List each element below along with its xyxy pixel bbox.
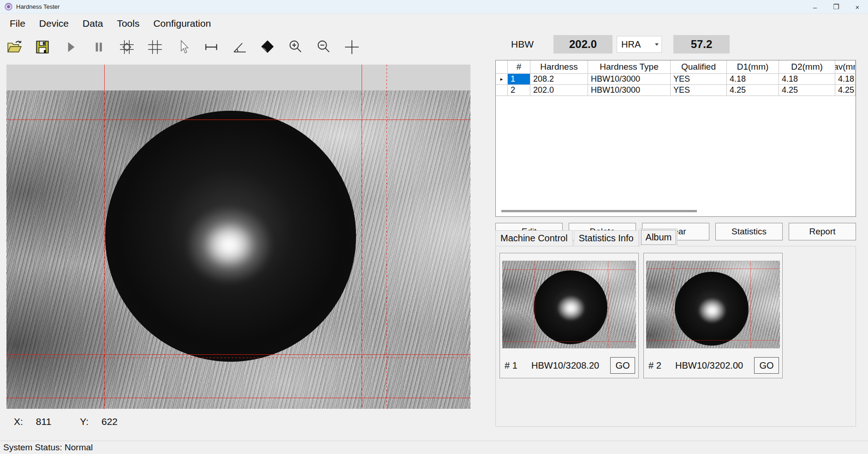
cell-d1[interactable]: 4.18 xyxy=(727,74,779,85)
specimen-image[interactable] xyxy=(6,90,470,409)
indentation-highlight xyxy=(698,298,726,323)
report-button[interactable]: Report xyxy=(789,223,856,240)
y-value: 622 xyxy=(101,416,118,427)
cell-qualified[interactable]: YES xyxy=(671,74,727,85)
cell-d2[interactable]: 4.25 xyxy=(779,85,835,96)
album-caption: # 1 HBW10/3000 208.20 GO xyxy=(505,356,635,375)
album-hardness-type: HBW10/3000 xyxy=(675,360,715,371)
chevron-down-icon xyxy=(655,43,659,46)
crosshair-hline-bottom-dashed[interactable] xyxy=(6,358,470,358)
angle-measure-icon[interactable] xyxy=(229,36,250,58)
eraser-icon[interactable] xyxy=(257,36,278,58)
zoom-out-icon[interactable] xyxy=(313,36,334,58)
cell-hardness[interactable]: 202.0 xyxy=(530,85,588,96)
converted-hardness-value: 57.2 xyxy=(673,35,730,54)
cell-dav[interactable]: 4.18 xyxy=(835,74,856,85)
crosshair-hline xyxy=(646,269,780,269)
go-button[interactable]: GO xyxy=(610,357,635,374)
window-title: Hardness Tester xyxy=(16,3,59,10)
open-file-icon[interactable] xyxy=(4,36,25,58)
crosshair-vline xyxy=(608,261,608,348)
cell-hardness-type[interactable]: HBW10/3000 xyxy=(588,74,671,85)
menu-device[interactable]: Device xyxy=(32,16,76,31)
minimize-button[interactable]: – xyxy=(804,0,826,14)
conversion-scale-dropdown[interactable]: HRA xyxy=(617,36,662,53)
album-caption: # 2 HBW10/3000 202.00 GO xyxy=(648,356,779,375)
toolbar xyxy=(0,33,489,61)
crosshair-hline-bottom[interactable] xyxy=(6,354,470,355)
horizontal-scrollbar[interactable] xyxy=(501,210,697,212)
cell-hardness[interactable]: 208.2 xyxy=(530,74,588,85)
crosshair-hline-lower[interactable] xyxy=(6,398,470,398)
horizontal-measure-icon[interactable] xyxy=(201,36,222,58)
menu-tools[interactable]: Tools xyxy=(110,16,146,31)
album-item[interactable]: # 1 HBW10/3000 208.20 GO xyxy=(499,253,639,378)
tabstrip: Machine Control Statistics Info Album xyxy=(495,231,678,246)
cell-d2[interactable]: 4.18 xyxy=(779,74,835,85)
table-header-row: # Hardness Hardness Type Qualified D1(mm… xyxy=(496,60,856,74)
menu-data[interactable]: Data xyxy=(76,16,110,31)
crosshair-vline-right[interactable] xyxy=(362,65,362,409)
menu-configuration[interactable]: Configuration xyxy=(146,16,218,31)
reticle-grid-icon[interactable] xyxy=(116,36,137,58)
zoom-in-icon[interactable] xyxy=(285,36,306,58)
album-index: # 1 xyxy=(505,360,531,371)
header-selector xyxy=(496,60,508,74)
cell-num[interactable]: 2 xyxy=(508,85,530,96)
hardness-tester-window: Hardness Tester – ❐ × File Device Data T… xyxy=(0,0,868,454)
header-d1[interactable]: D1(mm) xyxy=(727,60,779,74)
maximize-button[interactable]: ❐ xyxy=(826,0,847,14)
titlebar: Hardness Tester – ❐ × xyxy=(0,0,868,14)
header-hardness-type[interactable]: Hardness Type xyxy=(588,60,671,74)
table-row[interactable]: ▸ 1 208.2 HBW10/3000 YES 4.18 4.18 4.18 xyxy=(496,74,856,85)
album-item[interactable]: # 2 HBW10/3000 202.00 GO xyxy=(643,253,783,378)
header-hardness[interactable]: Hardness xyxy=(530,60,588,74)
conversion-scale-value: HRA xyxy=(621,39,641,50)
album-hardness-value: 208.20 xyxy=(571,360,599,371)
crosshair-hline xyxy=(502,269,636,270)
album-hardness-value: 202.00 xyxy=(715,360,743,371)
y-label: Y: xyxy=(80,416,89,427)
primary-hardness-value: 202.0 xyxy=(553,35,612,54)
album-thumbnail-image[interactable] xyxy=(502,261,636,348)
grid-icon[interactable] xyxy=(144,36,166,58)
header-num[interactable]: # xyxy=(508,60,530,74)
row-selector-icon: ▸ xyxy=(496,74,508,85)
cell-num[interactable]: 1 xyxy=(508,74,530,85)
statistics-button[interactable]: Statistics xyxy=(715,223,783,240)
crosshair-vline-right-dashed[interactable] xyxy=(386,65,387,409)
tab-album[interactable]: Album xyxy=(640,228,678,246)
row-selector xyxy=(496,85,508,96)
specimen-image-panel xyxy=(6,65,470,409)
system-status-text: System Status: Normal xyxy=(3,442,93,453)
crosshair-vline xyxy=(535,261,535,348)
menu-file[interactable]: File xyxy=(3,16,32,31)
go-button[interactable]: GO xyxy=(754,357,779,374)
album-thumbnail-image[interactable] xyxy=(646,261,780,348)
cell-hardness-type[interactable]: HBW10/3000 xyxy=(588,85,671,96)
crosshair-vline-left[interactable] xyxy=(104,65,105,409)
cell-qualified[interactable]: YES xyxy=(671,85,727,96)
cell-d1[interactable]: 4.25 xyxy=(727,85,779,96)
indentation-highlight xyxy=(185,206,273,284)
indentation-highlight xyxy=(557,295,585,321)
album-index: # 2 xyxy=(648,360,675,371)
close-button[interactable]: × xyxy=(847,0,868,14)
header-qualified[interactable]: Qualified xyxy=(671,60,727,74)
pointer-icon[interactable] xyxy=(172,36,194,58)
cell-dav[interactable]: 4.25 xyxy=(835,85,856,96)
table-row[interactable]: 2 202.0 HBW10/3000 YES 4.25 4.25 4.25 xyxy=(496,85,856,96)
results-table: # Hardness Hardness Type Qualified D1(mm… xyxy=(495,60,856,217)
pause-icon[interactable] xyxy=(88,36,109,58)
x-label: X: xyxy=(14,416,23,427)
crosshair-hline xyxy=(502,341,636,342)
crosshair-hline-top[interactable] xyxy=(6,119,470,120)
header-d2[interactable]: D2(mm) xyxy=(779,60,835,74)
x-value: 811 xyxy=(36,416,51,427)
header-dav[interactable]: Dav(mm) xyxy=(835,60,856,74)
save-icon[interactable] xyxy=(32,36,53,58)
crosshair-icon[interactable] xyxy=(341,36,363,58)
tab-machine-control[interactable]: Machine Control xyxy=(495,230,573,246)
run-icon[interactable] xyxy=(60,36,81,58)
tab-statistics-info[interactable]: Statistics Info xyxy=(574,230,639,246)
